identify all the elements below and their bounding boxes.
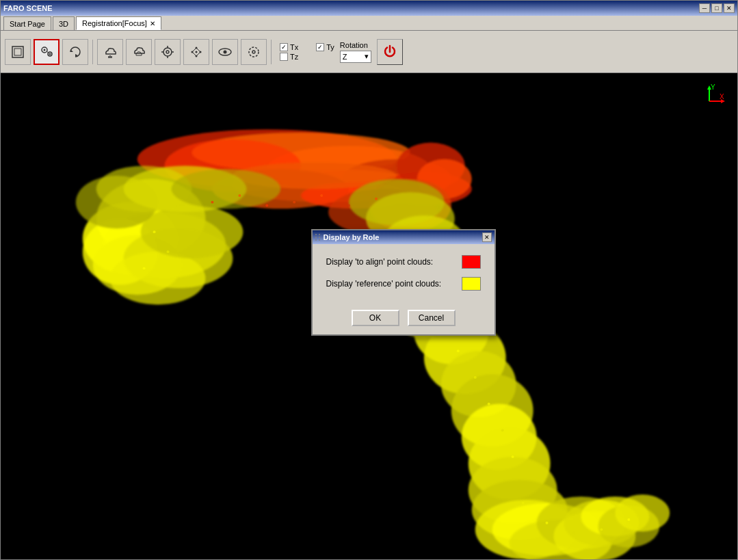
tx-label: Tx xyxy=(290,43,298,51)
power-icon xyxy=(382,44,398,60)
tz-label: Tz xyxy=(290,53,298,61)
tx-row: Tx Ty xyxy=(280,43,334,51)
rotation-select[interactable]: Z ▾ xyxy=(340,51,371,63)
dialog-content: Display 'to align' point clouds: Display… xyxy=(313,244,495,310)
svg-point-13 xyxy=(166,51,169,53)
tab-registration[interactable]: Registration[Focus] ✕ xyxy=(76,16,161,30)
cancel-button[interactable]: Cancel xyxy=(408,310,456,326)
separator-1 xyxy=(92,40,93,64)
ty-checkbox[interactable] xyxy=(316,43,324,51)
tab-start-page[interactable]: Start Page xyxy=(3,16,51,30)
tab-bar: Start Page 3D Registration[Focus] ✕ xyxy=(1,16,737,31)
circle-icon xyxy=(246,44,261,59)
title-bar-controls: ─ □ ✕ xyxy=(699,3,735,13)
power-button[interactable] xyxy=(377,39,403,65)
select-button[interactable] xyxy=(5,39,31,65)
ok-button[interactable]: OK xyxy=(352,310,399,326)
cloud1-icon xyxy=(103,44,118,59)
svg-rect-0 xyxy=(12,46,23,57)
dialog-reference-label: Display 'reference' point clouds: xyxy=(326,279,456,289)
display-by-role-dialog: Display by Role ✕ Display 'to align' poi… xyxy=(311,229,496,336)
main-window: FARO SCENE ─ □ ✕ Start Page 3D Registrat… xyxy=(0,0,738,560)
pick-points-icon xyxy=(39,44,54,59)
svg-marker-7 xyxy=(70,49,73,52)
tz-checkbox[interactable] xyxy=(280,53,288,61)
rotate-button[interactable] xyxy=(62,39,88,65)
tab-3d[interactable]: 3D xyxy=(53,16,75,30)
reference-color-swatch[interactable] xyxy=(462,277,481,291)
align-color-swatch[interactable] xyxy=(462,255,481,269)
view-icon xyxy=(218,44,233,59)
pick-points-button[interactable] xyxy=(34,39,60,65)
rotation-group: Rotation Z ▾ xyxy=(340,41,371,63)
cloud2-button[interactable] xyxy=(126,39,152,65)
constraint-checkboxes: Tx Ty Tz xyxy=(280,43,334,61)
ty-label: Ty xyxy=(326,43,334,51)
rotation-value: Z xyxy=(343,53,347,61)
view-button[interactable] xyxy=(212,39,238,65)
points-icon xyxy=(189,44,204,59)
dialog-buttons: OK Cancel xyxy=(313,310,495,334)
separator-2 xyxy=(271,40,272,64)
svg-point-3 xyxy=(44,49,46,51)
toolbar: Tx Ty Tz Rotation Z ▾ xyxy=(1,31,737,73)
svg-point-5 xyxy=(49,53,51,55)
svg-point-22 xyxy=(196,51,198,53)
dialog-align-label: Display 'to align' point clouds: xyxy=(326,257,456,267)
tab-registration-label: Registration[Focus] xyxy=(82,19,147,27)
svg-rect-1 xyxy=(14,49,21,55)
title-bar: FARO SCENE ─ □ ✕ xyxy=(1,1,737,16)
rotation-label: Rotation xyxy=(340,41,371,49)
dialog-grip: Display by Role xyxy=(315,233,380,241)
circle-button[interactable] xyxy=(241,39,267,65)
tab-3d-label: 3D xyxy=(59,20,68,28)
maximize-button[interactable]: □ xyxy=(711,3,722,13)
tab-registration-close[interactable]: ✕ xyxy=(150,20,155,27)
cloud1-button[interactable] xyxy=(97,39,123,65)
title-bar-left: FARO SCENE xyxy=(3,4,53,12)
svg-point-28 xyxy=(224,50,227,53)
dialog-close-button[interactable]: ✕ xyxy=(482,232,492,242)
svg-point-12 xyxy=(163,48,172,56)
title-bar-text: FARO SCENE xyxy=(3,4,53,12)
rotation-dropdown-arrow: ▾ xyxy=(365,52,369,61)
svg-point-29 xyxy=(249,47,259,57)
minimize-button[interactable]: ─ xyxy=(699,3,710,13)
dialog-row-reference: Display 'reference' point clouds: xyxy=(326,277,481,291)
tab-start-page-label: Start Page xyxy=(10,20,45,28)
rotate-icon xyxy=(68,44,83,59)
tz-row: Tz xyxy=(280,53,334,61)
svg-point-30 xyxy=(252,51,255,53)
dialog-overlay: Display by Role ✕ Display 'to align' poi… xyxy=(1,73,737,559)
scan-icon xyxy=(160,44,175,59)
cloud2-icon xyxy=(131,44,146,59)
dialog-row-align: Display 'to align' point clouds: xyxy=(326,255,481,269)
dialog-title-text: Display by Role xyxy=(324,233,380,241)
points-button[interactable] xyxy=(183,39,209,65)
select-icon xyxy=(10,44,25,59)
tx-checkbox[interactable] xyxy=(280,43,288,51)
close-button[interactable]: ✕ xyxy=(724,3,735,13)
content-area: Y X Display by Role xyxy=(1,73,737,559)
scan-button[interactable] xyxy=(155,39,181,65)
dialog-title-bar: Display by Role ✕ xyxy=(313,230,495,244)
